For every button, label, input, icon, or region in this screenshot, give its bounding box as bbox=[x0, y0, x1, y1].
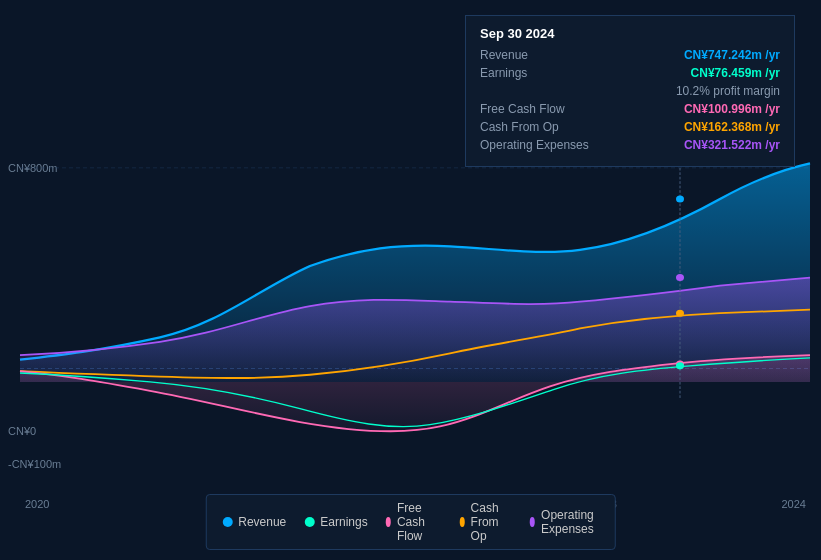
legend-dot-earnings bbox=[304, 517, 314, 527]
tooltip-earnings-row: Earnings CN¥76.459m /yr bbox=[480, 66, 780, 80]
legend-label-cashop: Cash From Op bbox=[471, 501, 512, 543]
legend-dot-revenue bbox=[222, 517, 232, 527]
legend-dot-cashop bbox=[459, 517, 464, 527]
tooltip-revenue-label: Revenue bbox=[480, 48, 600, 62]
tooltip-profit-margin-note: 10.2% profit margin bbox=[676, 84, 780, 98]
svg-point-7 bbox=[676, 362, 684, 369]
tooltip-fcf-row: Free Cash Flow CN¥100.996m /yr bbox=[480, 102, 780, 116]
tooltip-cashop-value: CN¥162.368m /yr bbox=[684, 120, 780, 134]
legend-label-revenue: Revenue bbox=[238, 515, 286, 529]
svg-point-3 bbox=[676, 195, 684, 202]
legend-label-fcf: Free Cash Flow bbox=[397, 501, 441, 543]
legend-item-opex[interactable]: Operating Expenses bbox=[530, 508, 599, 536]
legend-item-cashop[interactable]: Cash From Op bbox=[459, 501, 511, 543]
legend-label-earnings: Earnings bbox=[320, 515, 367, 529]
tooltip-opex-value: CN¥321.522m /yr bbox=[684, 138, 780, 152]
svg-point-5 bbox=[676, 310, 684, 317]
tooltip-earnings-value: CN¥76.459m /yr bbox=[691, 66, 780, 80]
tooltip-opex-label: Operating Expenses bbox=[480, 138, 600, 152]
tooltip-date: Sep 30 2024 bbox=[480, 26, 780, 41]
legend-dot-opex bbox=[530, 517, 535, 527]
legend-item-revenue[interactable]: Revenue bbox=[222, 515, 286, 529]
tooltip-fcf-label: Free Cash Flow bbox=[480, 102, 600, 116]
tooltip-profit-margin-row: 10.2% profit margin bbox=[480, 84, 780, 98]
legend-item-earnings[interactable]: Earnings bbox=[304, 515, 367, 529]
chart-svg bbox=[0, 150, 821, 480]
legend-item-fcf[interactable]: Free Cash Flow bbox=[386, 501, 442, 543]
tooltip-revenue-value: CN¥747.242m /yr bbox=[684, 48, 780, 62]
data-tooltip: Sep 30 2024 Revenue CN¥747.242m /yr Earn… bbox=[465, 15, 795, 167]
tooltip-cashop-row: Cash From Op CN¥162.368m /yr bbox=[480, 120, 780, 134]
legend-label-opex: Operating Expenses bbox=[541, 508, 599, 536]
chart-legend: Revenue Earnings Free Cash Flow Cash Fro… bbox=[205, 494, 616, 550]
tooltip-revenue-row: Revenue CN¥747.242m /yr bbox=[480, 48, 780, 62]
tooltip-earnings-label: Earnings bbox=[480, 66, 600, 80]
tooltip-fcf-value: CN¥100.996m /yr bbox=[684, 102, 780, 116]
legend-dot-fcf bbox=[386, 517, 391, 527]
tooltip-cashop-label: Cash From Op bbox=[480, 120, 600, 134]
x-label-2024: 2024 bbox=[782, 498, 806, 510]
tooltip-opex-row: Operating Expenses CN¥321.522m /yr bbox=[480, 138, 780, 152]
x-label-2020: 2020 bbox=[25, 498, 49, 510]
svg-point-4 bbox=[676, 274, 684, 281]
